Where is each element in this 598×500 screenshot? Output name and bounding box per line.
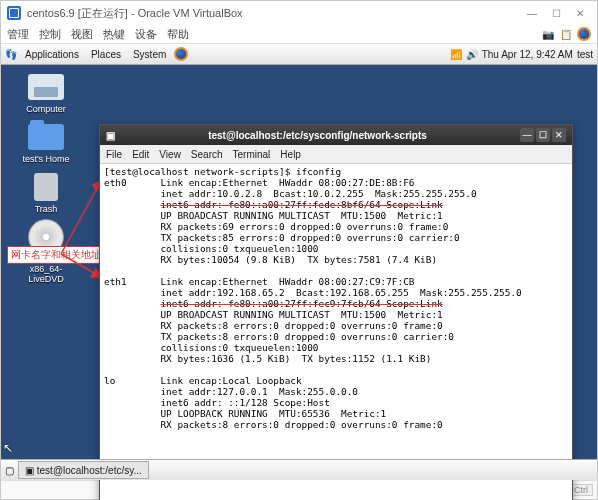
terminal-menubar: File Edit View Search Terminal Help [100,145,572,164]
gnome-bottom-panel: ▢ ▣ test@localhost:/etc/sy... [1,459,597,480]
vbox-menu-manage[interactable]: 管理 [7,27,29,42]
terminal-output: [test@localhost network-scripts]$ ifconf… [104,166,568,430]
gnome-system-menu[interactable]: System [129,49,170,60]
user-menu[interactable]: test [577,49,593,60]
taskbar-terminal-icon: ▣ [25,465,34,476]
show-desktop-button[interactable]: ▢ [5,465,14,476]
vbox-menu-hotkey[interactable]: 热键 [103,27,125,42]
vbox-maximize-button[interactable]: ☐ [545,5,567,21]
computer-icon [28,74,64,100]
desktop-computer-icon[interactable]: Computer [11,72,81,114]
vbox-toolbar-icon-2[interactable]: 📋 [559,27,573,41]
terminal-menu-view[interactable]: View [159,149,181,160]
folder-icon [28,124,64,150]
vbox-menu-devices[interactable]: 设备 [135,27,157,42]
vbox-menu-help[interactable]: 帮助 [167,27,189,42]
network-icon[interactable]: 📶 [450,49,462,60]
gnome-applications-menu[interactable]: Applications [21,49,83,60]
vbox-menubar: 管理 控制 视图 热键 设备 帮助 📷 📋 [1,25,597,44]
terminal-menu-terminal[interactable]: Terminal [233,149,271,160]
vbox-titlebar[interactable]: centos6.9 [正在运行] - Oracle VM VirtualBox … [1,1,597,25]
terminal-menu-file[interactable]: File [106,149,122,160]
vbox-toolbar-icon-1[interactable]: 📷 [541,27,555,41]
vbox-menu-control[interactable]: 控制 [39,27,61,42]
clock-text[interactable]: Thu Apr 12, 9:42 AM [482,49,573,60]
desktop-home-icon[interactable]: test's Home [11,122,81,164]
terminal-window[interactable]: ▣ test@localhost:/etc/sysconfig/network-… [99,124,573,500]
virtualbox-icon [7,6,21,20]
svg-line-0 [61,181,101,254]
volume-icon[interactable]: 🔊 [466,49,478,60]
terminal-menu-edit[interactable]: Edit [132,149,149,160]
guest-desktop[interactable]: 👣 Applications Places System 📶 🔊 Thu Apr… [1,44,597,480]
terminal-title-text: test@localhost:/etc/sysconfig/network-sc… [115,130,520,141]
terminal-maximize-button[interactable]: ☐ [536,128,550,142]
vbox-close-button[interactable]: ✕ [569,5,591,21]
virtualbox-window: centos6.9 [正在运行] - Oracle VM VirtualBox … [0,0,598,500]
terminal-app-icon: ▣ [106,130,115,141]
gnome-logo-icon[interactable]: 👣 [5,49,17,60]
mouse-cursor-icon: ↖ [3,441,13,455]
firefox-launcher-icon[interactable] [174,47,188,61]
vbox-menu-view[interactable]: 视图 [71,27,93,42]
terminal-titlebar[interactable]: ▣ test@localhost:/etc/sysconfig/network-… [100,125,572,145]
desktop-home-label: test's Home [22,154,69,164]
gnome-top-panel: 👣 Applications Places System 📶 🔊 Thu Apr… [1,44,597,65]
vbox-title-text: centos6.9 [正在运行] - Oracle VM VirtualBox [27,6,243,21]
terminal-menu-search[interactable]: Search [191,149,223,160]
gnome-places-menu[interactable]: Places [87,49,125,60]
terminal-menu-help[interactable]: Help [280,149,301,160]
terminal-close-button[interactable]: ✕ [552,128,566,142]
terminal-minimize-button[interactable]: — [520,128,534,142]
vbox-toolbar-icon-3[interactable] [577,27,591,41]
terminal-body[interactable]: [test@localhost network-scripts]$ ifconf… [100,164,572,500]
vbox-minimize-button[interactable]: — [521,5,543,21]
taskbar-terminal-button[interactable]: ▣ test@localhost:/etc/sy... [18,461,149,479]
desktop-computer-label: Computer [26,104,66,114]
